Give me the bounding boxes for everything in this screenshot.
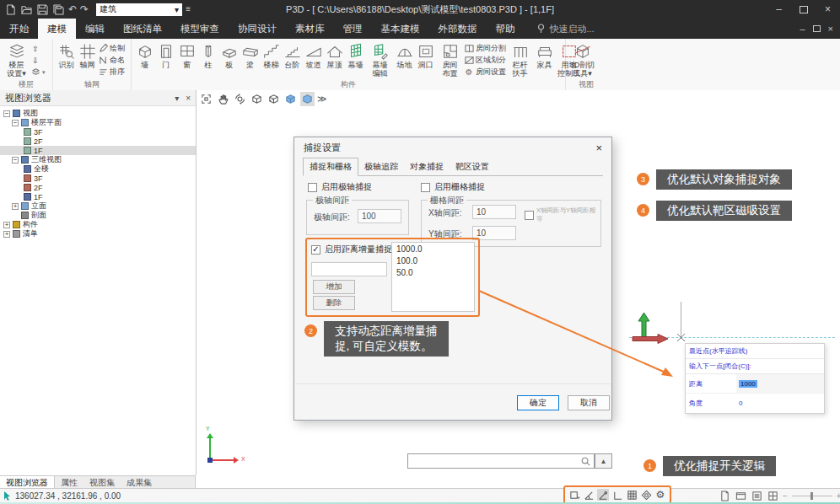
more-tools-icon[interactable]: ≫ — [317, 94, 327, 105]
list-view-icon[interactable] — [751, 490, 762, 501]
panel-close-icon[interactable]: × — [186, 94, 191, 103]
x-spacing-input[interactable]: 10 — [472, 205, 516, 219]
realistic-view-icon[interactable] — [300, 92, 315, 106]
polar-tracking-toggle-icon[interactable] — [583, 489, 595, 501]
increment-list-item[interactable]: 1000.0 — [396, 244, 470, 255]
xy-equal-checkbox[interactable]: X轴间距与Y轴间距相等 — [525, 206, 600, 223]
ribbon-button-sort[interactable]: 排序 — [98, 67, 125, 78]
doc-restore-button[interactable] — [813, 24, 821, 34]
close-button[interactable]: × — [816, 0, 840, 19]
hidden-line-view-icon[interactable] — [267, 92, 281, 106]
tab-manage[interactable]: 管理 — [334, 19, 372, 39]
preset-combobox[interactable]: 建筑▾ — [96, 3, 182, 16]
dialog-tab-snap-grid[interactable]: 捕捉和栅格 — [303, 158, 358, 176]
tree-item-plan-1f[interactable]: 1F — [0, 146, 196, 155]
tree-item-plan-2f[interactable]: 2F — [0, 137, 196, 146]
dialog-titlebar[interactable]: 捕捉设置 × — [294, 137, 611, 158]
drawing-canvas[interactable]: ≫ 捕捉设置 × 捕捉和栅格 极轴追踪 对象捕捉 靶区设置 启用极轴捕捉 启用栅… — [197, 90, 840, 489]
increment-listbox[interactable]: 1000.0 100.0 50.0 — [391, 242, 475, 312]
add-button[interactable]: 增加 — [313, 280, 355, 294]
ribbon-button-room-settings[interactable]: ⚙房间设置 — [464, 67, 506, 78]
cascade-windows-icon[interactable] — [735, 490, 746, 501]
tree-item-3d-1f[interactable]: 1F — [0, 192, 196, 201]
increment-list-item[interactable]: 100.0 — [396, 255, 470, 267]
dialog-tab-target-area[interactable]: 靶区设置 — [450, 158, 495, 175]
gizmo-toggle-icon[interactable] — [640, 489, 652, 501]
redo-icon[interactable]: ↷ — [80, 4, 89, 14]
tree-item-3d-views[interactable]: −三维视图 — [0, 155, 196, 164]
ok-button[interactable]: 确定 — [517, 395, 559, 410]
ribbon-button-ramp[interactable]: 坡道 — [303, 40, 324, 70]
snap-tracking-toggle-icon[interactable] — [597, 489, 609, 501]
tree-item-lists[interactable]: +清单 — [0, 229, 196, 239]
quick-launch[interactable]: 快速启动... — [536, 19, 595, 39]
ribbon-button-identify[interactable]: 识别 — [56, 40, 77, 70]
command-expand-button[interactable]: ▲ — [595, 453, 612, 469]
ribbon-button-railing[interactable]: 栏杆扶手 — [506, 40, 534, 78]
snap-settings-gear-icon[interactable]: ⚙ — [654, 489, 666, 501]
ribbon-button-curtain-wall[interactable]: 幕墙 — [345, 40, 366, 70]
minimize-button[interactable]: – — [767, 0, 791, 19]
tab-start[interactable]: 开始 — [0, 19, 38, 39]
open-file-icon[interactable] — [20, 3, 33, 16]
ribbon-button-room-layout[interactable]: 房间布置 — [436, 40, 464, 78]
floor-up-button[interactable]: ⇧ — [30, 43, 46, 54]
tab-basic-modeling[interactable]: 基本建模 — [372, 19, 429, 39]
doc-close-button[interactable]: × — [828, 24, 833, 34]
panel-tab-result-set[interactable]: 成果集 — [121, 476, 158, 489]
tree-item-elevations[interactable]: +立面 — [0, 201, 196, 211]
grid-toggle-icon[interactable] — [626, 489, 638, 501]
dialog-tab-object-snap[interactable]: 对象捕捉 — [404, 158, 450, 175]
tree-item-3d-2f[interactable]: 2F — [0, 183, 196, 192]
increment-snap-checkbox[interactable]: ✓启用距离增量捕捉 — [311, 244, 392, 255]
expand-icon[interactable]: + — [12, 203, 19, 210]
tab-edit[interactable]: 编辑 — [76, 19, 114, 39]
zoom-slider-thumb[interactable] — [810, 492, 813, 500]
ribbon-button-window[interactable]: 窗 — [176, 40, 197, 70]
increment-value-input[interactable] — [311, 262, 387, 276]
tab-help[interactable]: 帮助 — [487, 19, 525, 39]
pan-hand-icon[interactable] — [216, 92, 230, 106]
dialog-close-icon[interactable]: × — [595, 142, 602, 154]
ribbon-button-grid[interactable]: 轴网 — [77, 40, 98, 70]
angle-field[interactable]: 0 — [736, 394, 824, 412]
ribbon-button-door[interactable]: 门 — [155, 40, 176, 70]
panel-tab-properties[interactable]: 属性 — [55, 476, 83, 489]
collapse-icon[interactable]: − — [3, 110, 10, 117]
ribbon-button-3d-section[interactable]: 3D剖切 工具▾ — [568, 40, 596, 78]
orbit-icon[interactable] — [233, 92, 247, 106]
tree-item-plan-3f[interactable]: 3F — [0, 127, 196, 137]
ribbon-button-room-split[interactable]: 房间分割 — [464, 43, 506, 54]
ribbon-button-roof[interactable]: 屋顶 — [324, 40, 345, 70]
tab-drawing-list[interactable]: 图纸清单 — [114, 19, 171, 39]
doc-minimize-button[interactable]: – — [800, 24, 805, 34]
panel-tab-view-browser[interactable]: 视图浏览器 — [0, 476, 55, 489]
wireframe-view-icon[interactable] — [250, 92, 264, 106]
ribbon-button-opening[interactable]: 洞口 — [415, 40, 436, 70]
zoom-slider-track[interactable] — [792, 496, 832, 496]
new-file-icon[interactable] — [4, 3, 17, 16]
ribbon-button-name[interactable]: 命名 — [98, 55, 125, 66]
tree-item-floor-plans[interactable]: −楼层平面 — [0, 118, 196, 127]
collapse-icon[interactable]: − — [12, 120, 19, 126]
ribbon-button-curtain-wall-edit[interactable]: 幕墙编辑 — [366, 40, 394, 78]
ribbon-button-beam[interactable]: 梁 — [240, 40, 261, 70]
tree-item-views[interactable]: −视图 — [0, 109, 196, 118]
floor-copy-button[interactable]: ▾ — [30, 67, 46, 78]
increment-list-item[interactable]: 50.0 — [396, 267, 470, 279]
tree-item-3d-whole[interactable]: 全楼 — [0, 164, 196, 174]
save-icon[interactable] — [36, 3, 49, 16]
polar-snap-checkbox[interactable]: 启用极轴捕捉 — [308, 181, 372, 193]
tab-material-library[interactable]: 素材库 — [286, 19, 334, 39]
panel-tab-view-set[interactable]: 视图集 — [83, 476, 121, 489]
zoom-out-icon[interactable]: − — [783, 491, 788, 501]
floor-down-button[interactable]: ⇩ — [30, 55, 46, 66]
ribbon-button-column[interactable]: 柱 — [197, 40, 218, 70]
grid-snap-checkbox[interactable]: 启用栅格捕捉 — [421, 181, 485, 193]
tab-collaboration[interactable]: 协同设计 — [229, 19, 286, 39]
collapse-icon[interactable]: − — [12, 157, 19, 164]
ribbon-button-stair[interactable]: 楼梯 — [261, 40, 282, 70]
ortho-toggle-icon[interactable] — [611, 489, 623, 501]
ribbon-button-slab[interactable]: 板 — [218, 40, 240, 70]
customize-toolbar-icon[interactable]: ≡ — [186, 4, 191, 14]
